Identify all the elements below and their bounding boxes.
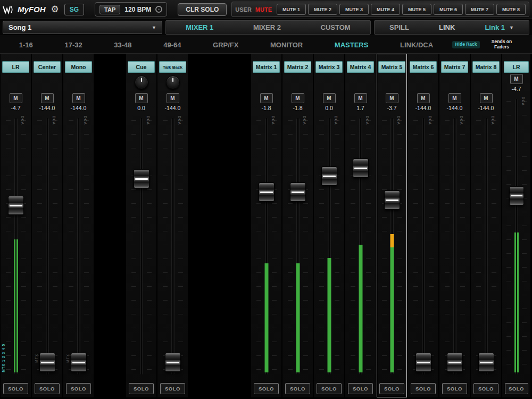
fader-handle[interactable] xyxy=(8,196,24,215)
fader-track[interactable] xyxy=(422,118,425,375)
mute-button[interactable]: M xyxy=(480,93,493,103)
level-knob[interactable] xyxy=(166,76,180,89)
channel-strip-matrix-8[interactable]: Matrix 8M-144.0DCASOLO xyxy=(471,54,501,397)
fader-handle[interactable] xyxy=(71,353,87,372)
fader-handle[interactable] xyxy=(509,186,524,205)
fader-track[interactable] xyxy=(77,118,80,375)
solo-button[interactable]: SOLO xyxy=(254,383,279,394)
solo-button[interactable]: SOLO xyxy=(3,383,28,394)
bpm-display[interactable]: 120 BPM xyxy=(124,6,151,13)
fader-handle[interactable] xyxy=(415,353,431,372)
channel-name-label[interactable]: Talk Back xyxy=(159,61,186,73)
channel-name-label[interactable]: Matrix 5 xyxy=(378,61,405,73)
mute-group-1-button[interactable]: MUTE 1 xyxy=(277,4,306,15)
bank-tab-17-32[interactable]: 17-32 xyxy=(64,41,82,49)
mute-group-6-button[interactable]: MUTE 6 xyxy=(434,4,463,15)
mute-button[interactable]: M xyxy=(292,93,304,103)
channel-strip-talk-back[interactable]: Talk BackM-144.0DCASOLO xyxy=(157,54,188,397)
channel-strip-mono[interactable]: MonoM-144.0DCAMTXSOLO xyxy=(63,54,94,397)
channel-strip-cue[interactable]: CueM0.0DCASOLO xyxy=(126,54,156,397)
bank-tab-link-dca[interactable]: LINK/DCA xyxy=(400,41,433,49)
mute-button[interactable]: M xyxy=(354,93,367,103)
fader-handle[interactable] xyxy=(384,190,400,210)
sg-button[interactable]: SG xyxy=(64,4,84,15)
fader-handle[interactable] xyxy=(259,182,275,202)
solo-button[interactable]: SOLO xyxy=(129,383,154,394)
mute-button[interactable]: M xyxy=(417,93,430,103)
mute-button[interactable]: M xyxy=(10,93,22,103)
clear-solo-button[interactable]: CLR SOLO xyxy=(178,3,227,16)
fader-track[interactable] xyxy=(171,118,174,375)
channel-name-label[interactable]: Cue xyxy=(128,61,155,73)
channel-name-label[interactable]: LR xyxy=(504,61,529,73)
fader-handle[interactable] xyxy=(290,182,306,202)
channel-strip-matrix-5[interactable]: Matrix 5M-3.7DCASOLO xyxy=(377,54,407,397)
solo-button[interactable]: SOLO xyxy=(411,383,436,394)
channel-strip-matrix-6[interactable]: Matrix 6M-144.0DCASOLO xyxy=(408,54,438,397)
tab-mixer-2[interactable]: MIXER 2 xyxy=(253,23,281,31)
mute-group-7-button[interactable]: MUTE 7 xyxy=(465,4,494,15)
fader-handle[interactable] xyxy=(39,353,55,372)
channel-strip-matrix-2[interactable]: Matrix 2M-1.8DCASOLO xyxy=(282,54,313,397)
hide-rack-button[interactable]: Hide Rack xyxy=(452,41,480,48)
solo-button[interactable]: SOLO xyxy=(505,383,528,394)
mute-group-5-button[interactable]: MUTE 5 xyxy=(402,4,431,15)
fader-handle[interactable] xyxy=(321,167,337,186)
fader-track[interactable] xyxy=(485,118,487,375)
channel-name-label[interactable]: Matrix 7 xyxy=(441,61,468,73)
channel-name-label[interactable]: Center xyxy=(34,61,61,73)
mute-group-8-button[interactable]: MUTE 8 xyxy=(496,4,526,15)
channel-name-label[interactable]: Matrix 3 xyxy=(315,61,343,73)
fader-track[interactable] xyxy=(46,118,48,375)
mute-group-3-button[interactable]: MUTE 3 xyxy=(339,4,369,15)
tab-custom[interactable]: CUSTOM xyxy=(321,23,351,31)
channel-name-label[interactable]: LR xyxy=(2,61,29,73)
solo-button[interactable]: SOLO xyxy=(317,383,342,394)
channel-strip-lr[interactable]: LRM-4.7DCAMTX 1 2 3 4 5SOLO xyxy=(1,54,31,397)
fader-handle[interactable] xyxy=(134,169,149,188)
channel-name-label[interactable]: Matrix 2 xyxy=(284,61,311,73)
mute-button[interactable]: M xyxy=(167,93,179,103)
mute-group-2-button[interactable]: MUTE 2 xyxy=(308,4,337,15)
fader-handle[interactable] xyxy=(165,353,181,372)
bank-tab-monitor[interactable]: MONITOR xyxy=(270,41,303,49)
channel-strip-matrix-3[interactable]: Matrix 3M0.0DCASOLO xyxy=(314,54,344,397)
fader-handle[interactable] xyxy=(478,353,494,372)
channel-strip-center[interactable]: CenterM-144.0DCAMTXSOLO xyxy=(32,54,62,397)
solo-button[interactable]: SOLO xyxy=(160,383,185,394)
mute-button[interactable]: M xyxy=(448,93,461,103)
tab-mixer-1[interactable]: MIXER 1 xyxy=(186,23,213,31)
mute-button[interactable]: M xyxy=(323,93,336,103)
link-selector[interactable]: Link 1 ▼ xyxy=(485,23,514,31)
fader-track[interactable] xyxy=(453,118,456,375)
sends-on-faders-button[interactable]: Sends on Faders xyxy=(484,38,519,51)
bank-tab-grp-fx[interactable]: GRP/FX xyxy=(213,41,238,49)
solo-button[interactable]: SOLO xyxy=(66,383,91,394)
fader-track[interactable] xyxy=(140,118,143,375)
link-button[interactable]: LINK xyxy=(439,23,455,31)
channel-name-label[interactable]: Matrix 8 xyxy=(472,61,500,73)
solo-button[interactable]: SOLO xyxy=(442,383,467,394)
mute-button[interactable]: M xyxy=(41,93,54,103)
solo-button[interactable]: SOLO xyxy=(473,383,498,394)
spill-button[interactable]: SPILL xyxy=(389,23,409,31)
bank-tab-1-16[interactable]: 1-16 xyxy=(19,41,33,49)
level-knob[interactable] xyxy=(135,76,148,89)
mute-button[interactable]: M xyxy=(135,93,148,103)
solo-button[interactable]: SOLO xyxy=(285,383,310,394)
bank-tab-33-48[interactable]: 33-48 xyxy=(114,41,131,49)
mute-button[interactable]: M xyxy=(72,93,85,103)
bank-tab-49-64[interactable]: 49-64 xyxy=(163,41,181,49)
bank-tab-masters[interactable]: MASTERS xyxy=(335,41,369,49)
channel-name-label[interactable]: Matrix 4 xyxy=(347,61,374,73)
channel-strip-lr-right[interactable]: LRM-4.7DCASOLO xyxy=(502,54,530,397)
tap-indicator-knob[interactable] xyxy=(155,6,162,13)
mute-button[interactable]: M xyxy=(386,93,398,103)
channel-name-label[interactable]: Mono xyxy=(65,61,92,73)
fader-handle[interactable] xyxy=(447,353,463,372)
mute-button[interactable]: M xyxy=(510,74,523,84)
settings-gear-icon[interactable]: ⚙ xyxy=(51,4,59,15)
mute-group-4-button[interactable]: MUTE 4 xyxy=(371,4,400,15)
channel-strip-matrix-4[interactable]: Matrix 4M1.7DCASOLO xyxy=(345,54,376,397)
channel-strip-matrix-7[interactable]: Matrix 7M-144.0DCASOLO xyxy=(439,54,470,397)
